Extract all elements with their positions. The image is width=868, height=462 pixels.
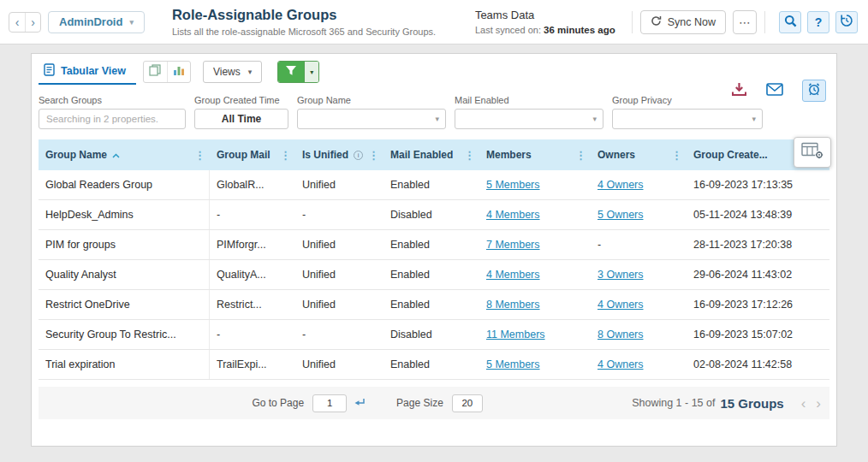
report-card: Tabular View Views ▾ [31, 53, 837, 447]
cell-owners: 4 Owners [591, 290, 687, 319]
group-created-time-label: Group Created Time [194, 95, 288, 105]
chevron-down-icon: ▾ [310, 68, 313, 76]
tab-tabular-view-label: Tabular View [61, 65, 126, 77]
column-header-is-unified[interactable]: Is Unified i ⋮ [295, 139, 383, 170]
search-groups-label: Search Groups [39, 95, 186, 105]
chevron-down-icon: ▾ [248, 68, 253, 76]
owners-link[interactable]: 3 Owners [597, 269, 644, 281]
table-header: Group Name ⋮ Group Mail ⋮ Is Unified i ⋮ [39, 139, 829, 170]
cell-mail-enabled: Enabled [383, 230, 479, 259]
cell-members: 7 Members [479, 230, 591, 259]
column-menu-icon[interactable]: ⋮ [280, 149, 291, 162]
tab-tabular-view[interactable]: Tabular View [39, 59, 136, 85]
page-size-label: Page Size [396, 397, 443, 409]
views-dropdown[interactable]: Views ▾ [203, 61, 262, 83]
group-created-value: 05-11-2024 13:48:39 [693, 209, 792, 221]
info-icon[interactable]: i [354, 151, 363, 160]
members-link[interactable]: 4 Members [486, 209, 540, 221]
column-menu-icon[interactable]: ⋮ [194, 149, 205, 162]
export-download-button[interactable] [731, 82, 747, 99]
column-header-group-name[interactable]: Group Name ⋮ [39, 139, 210, 170]
last-synced-value: 36 minutes ago [544, 25, 615, 35]
app-selector-dropdown[interactable]: AdminDroid ▾ [48, 11, 145, 33]
cell-is-unified: - [295, 320, 383, 349]
column-label: Group Mail [217, 149, 271, 161]
cell-group-created: 28-11-2023 17:20:38 [687, 230, 829, 259]
column-header-mail-enabled[interactable]: Mail Enabled ⋮ [383, 139, 479, 170]
owners-link[interactable]: 8 Owners [597, 329, 644, 341]
owners-link[interactable]: 5 Owners [597, 209, 644, 221]
group-name-select[interactable]: ▾ [297, 109, 446, 129]
more-options-button[interactable]: ⋯ [733, 10, 757, 34]
members-link[interactable]: 5 Members [486, 358, 540, 370]
column-label: Mail Enabled [390, 149, 453, 161]
ellipsis-icon: ⋯ [739, 15, 751, 29]
page-size-input[interactable] [452, 394, 483, 412]
table-row: PIM for groups PIMforgr... Unified Enabl… [39, 230, 829, 260]
cell-is-unified: Unified [295, 260, 383, 289]
group-privacy-select[interactable]: ▾ [612, 109, 763, 129]
global-search-button[interactable] [779, 11, 801, 33]
email-report-button[interactable] [766, 83, 783, 98]
group-created-value: 29-06-2024 11:43:02 [693, 269, 792, 281]
column-menu-icon[interactable]: ⋮ [368, 149, 379, 162]
filter-caret-button[interactable]: ▾ [304, 62, 318, 82]
next-page-button[interactable]: › [816, 396, 821, 411]
chevron-down-icon: ▾ [435, 115, 439, 123]
sort-asc-icon [112, 149, 120, 161]
filter-button[interactable] [278, 62, 304, 82]
column-header-group-mail[interactable]: Group Mail ⋮ [210, 139, 295, 170]
all-time-button[interactable]: All Time [194, 109, 288, 129]
mail-icon [766, 83, 783, 98]
owners-link[interactable]: 4 Owners [597, 299, 644, 311]
filter-group-name: Group Name ▾ [297, 95, 446, 129]
column-header-owners[interactable]: Owners ⋮ [591, 139, 687, 170]
column-menu-icon[interactable]: ⋮ [464, 149, 475, 162]
column-label: Group Create... [693, 149, 768, 161]
members-link[interactable]: 11 Members [486, 329, 545, 341]
go-to-page-submit-button[interactable] [354, 397, 366, 410]
column-menu-icon[interactable]: ⋮ [575, 149, 586, 162]
is-unified-value: Unified [302, 239, 336, 251]
owners-link[interactable]: 4 Owners [597, 179, 644, 191]
members-link[interactable]: 7 Members [486, 239, 540, 251]
is-unified-value: Unified [302, 269, 336, 281]
table-row: Global Readers Group GlobalR... Unified … [39, 170, 829, 200]
mail-enabled-value: Enabled [390, 239, 430, 251]
column-header-members[interactable]: Members ⋮ [479, 139, 591, 170]
help-button[interactable]: ? [807, 11, 829, 33]
chart-view-button[interactable] [167, 62, 190, 82]
cell-group-name: Global Readers Group [39, 170, 210, 199]
search-groups-input[interactable] [39, 109, 186, 129]
cell-group-created: 16-09-2023 17:12:26 [687, 290, 829, 319]
is-unified-value: - [302, 209, 306, 221]
cell-group-name: Quality Analyst [39, 260, 210, 289]
history-button[interactable] [835, 11, 858, 33]
table-gear-icon [801, 142, 824, 163]
members-link[interactable]: 4 Members [486, 269, 540, 281]
nav-forward-button[interactable]: › [25, 13, 40, 32]
mail-enabled-value: Enabled [390, 179, 430, 191]
pagination-footer: Go to Page Page Size Showing 1 - 15 of 1… [39, 387, 829, 419]
go-to-page-input[interactable] [312, 394, 347, 412]
cell-group-created: 05-11-2024 13:48:39 [687, 200, 829, 229]
column-menu-icon[interactable]: ⋮ [671, 149, 682, 162]
cell-members: 8 Members [479, 290, 591, 319]
group-mail-value: - [217, 329, 220, 341]
sync-now-button[interactable]: Sync Now [640, 10, 726, 34]
mail-enabled-select[interactable]: ▾ [455, 109, 603, 129]
cell-group-mail: PIMforgr... [210, 230, 295, 259]
column-chooser-button[interactable] [794, 137, 831, 168]
copy-view-button[interactable] [144, 62, 167, 82]
alt-view-buttons [143, 61, 191, 83]
title-block: Role-Assignable Groups Lists all the rol… [172, 7, 436, 37]
members-link[interactable]: 5 Members [486, 179, 540, 191]
owners-link[interactable]: 4 Owners [597, 358, 644, 370]
question-icon: ? [815, 15, 823, 29]
nav-back-button[interactable]: ‹ [9, 13, 25, 32]
members-link[interactable]: 8 Members [486, 299, 540, 311]
history-nav: ‹ › [9, 12, 41, 33]
schedule-alert-button[interactable] [802, 80, 826, 102]
group-created-value: 02-08-2024 11:42:58 [693, 358, 792, 370]
previous-page-button[interactable]: ‹ [801, 396, 806, 411]
